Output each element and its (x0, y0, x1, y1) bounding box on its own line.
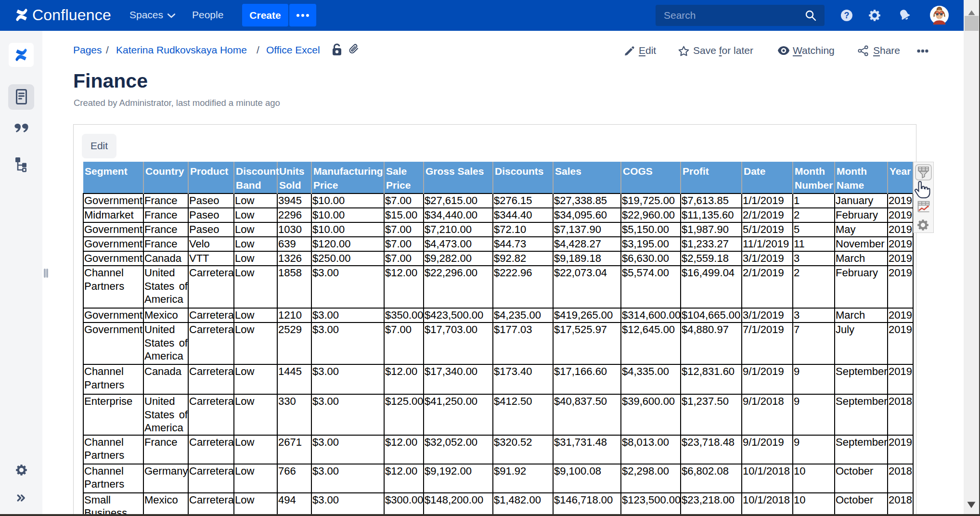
svg-text:?: ? (844, 11, 850, 20)
